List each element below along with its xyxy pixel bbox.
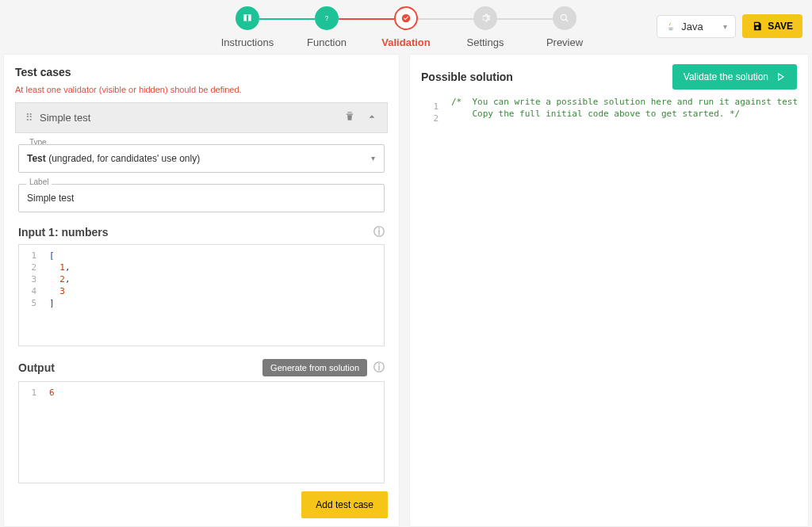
step-label: Preview: [546, 36, 583, 48]
testcase-name: Simple test: [40, 112, 90, 124]
drag-handle-icon[interactable]: ⠿: [25, 112, 33, 124]
validate-solution-button[interactable]: Validate the solution: [672, 64, 797, 90]
language-select[interactable]: Java ▾: [657, 15, 736, 38]
testcases-panel: Test cases At least one validator (visib…: [3, 54, 400, 527]
step-connector: [497, 18, 553, 20]
type-field: Type Test (ungraded, for candidates' use…: [18, 144, 385, 173]
line-gutter: 1: [19, 382, 43, 483]
step-preview[interactable]: Preview: [525, 6, 604, 48]
validate-label: Validate the solution: [684, 71, 768, 82]
java-icon: [665, 21, 676, 32]
gear-icon: [473, 6, 497, 30]
trash-icon[interactable]: [344, 111, 355, 124]
testcases-title: Test cases: [4, 55, 399, 85]
save-button[interactable]: SAVE: [742, 14, 802, 38]
step-label: Function: [307, 36, 347, 48]
chevron-down-icon: ▾: [723, 22, 727, 31]
output-editor[interactable]: 1 6: [18, 381, 385, 483]
chevron-up-icon[interactable]: [366, 111, 377, 124]
step-label: Settings: [467, 36, 504, 48]
solution-header: Possible solution Validate the solution: [410, 55, 808, 96]
step-function[interactable]: ? Function: [287, 6, 366, 48]
line-gutter: 12345: [19, 245, 43, 346]
input-title: Input 1: numbers: [18, 226, 109, 239]
step-label: Instructions: [221, 36, 274, 48]
generate-from-solution-button[interactable]: Generate from solution: [262, 359, 367, 376]
label-input[interactable]: [18, 184, 385, 212]
add-testcase-button[interactable]: Add test case: [301, 491, 388, 518]
input-section-header: Input 1: numbers ⓘ: [4, 212, 399, 244]
type-value-bold: Test: [27, 153, 46, 164]
label-field: Label: [18, 184, 385, 212]
step-instructions[interactable]: Instructions: [208, 6, 287, 48]
code-body[interactable]: [ 1, 2, 3 ]: [43, 245, 384, 346]
search-icon: [553, 6, 576, 30]
solution-panel: Possible solution Validate the solution …: [409, 54, 809, 527]
main: Test cases At least one validator (visib…: [0, 54, 812, 527]
svg-text:?: ?: [325, 14, 329, 21]
type-value-rest: (ungraded, for candidates' use only): [46, 153, 200, 164]
validator-warning: At least one validator (visible or hidde…: [4, 85, 399, 102]
solution-editor[interactable]: 12 /* You can write a possible solution …: [421, 96, 797, 526]
solution-title: Possible solution: [421, 71, 513, 83]
step-validation[interactable]: Validation: [366, 6, 446, 48]
info-icon[interactable]: ⓘ: [373, 361, 385, 375]
step-connector: [418, 18, 473, 20]
step-label: Validation: [381, 36, 430, 48]
type-select[interactable]: Test (ungraded, for candidates' use only…: [18, 144, 385, 173]
save-label: SAVE: [768, 21, 793, 32]
add-testcase-row: Add test case: [4, 483, 399, 526]
step-connector: [339, 18, 394, 20]
output-section-header: Output Generate from solution ⓘ: [4, 346, 399, 381]
header-actions: Java ▾ SAVE: [657, 14, 802, 38]
line-gutter: 12: [421, 96, 445, 526]
book-icon: [236, 6, 259, 30]
play-icon: [775, 71, 786, 82]
step-connector: [259, 18, 315, 20]
label-label: Label: [26, 178, 52, 186]
language-label: Java: [681, 21, 703, 32]
save-icon: [752, 21, 763, 32]
header: Instructions ? Function Validation Setti…: [0, 0, 812, 54]
stepper: Instructions ? Function Validation Setti…: [208, 6, 604, 48]
code-body[interactable]: 6: [43, 382, 384, 483]
step-settings[interactable]: Settings: [446, 6, 525, 48]
testcase-header[interactable]: ⠿ Simple test: [15, 102, 388, 133]
code-body[interactable]: /* You can write a possible solution her…: [445, 96, 797, 526]
check-icon: [394, 6, 418, 30]
output-title: Output: [18, 361, 55, 374]
input-editor[interactable]: 12345 [ 1, 2, 3 ]: [18, 244, 385, 346]
info-icon[interactable]: ⓘ: [373, 225, 385, 239]
question-icon: ?: [315, 6, 339, 30]
